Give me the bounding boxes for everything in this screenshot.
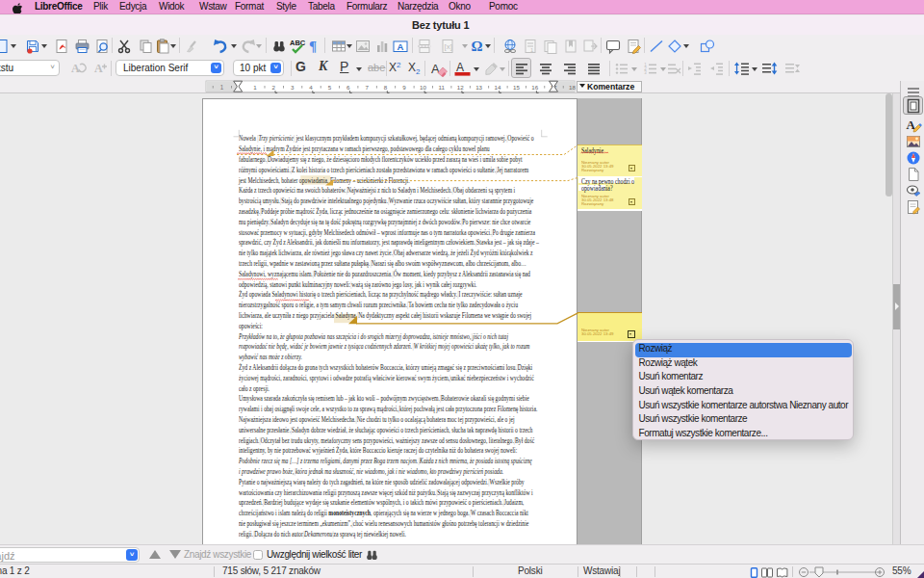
svg-text:2: 2 xyxy=(272,84,276,91)
svg-text:12: 12 xyxy=(457,84,464,91)
svg-text:1: 1 xyxy=(220,84,224,91)
svg-text:6: 6 xyxy=(346,84,350,91)
svg-text:7: 7 xyxy=(365,84,369,91)
svg-text:5: 5 xyxy=(328,84,332,91)
svg-text:13: 13 xyxy=(475,84,482,91)
svg-text:A: A xyxy=(71,62,80,75)
svg-text:4: 4 xyxy=(309,84,313,91)
svg-text:A: A xyxy=(398,41,404,52)
svg-text:[x]: [x] xyxy=(445,42,452,51)
svg-text:¶: ¶ xyxy=(309,39,317,54)
svg-text:9: 9 xyxy=(402,84,406,91)
svg-text:14: 14 xyxy=(495,84,501,91)
svg-text:3: 3 xyxy=(291,84,295,91)
svg-text:A: A xyxy=(94,62,103,75)
svg-text:18: 18 xyxy=(569,84,576,91)
svg-text:1: 1 xyxy=(253,84,257,91)
svg-text:ABC: ABC xyxy=(290,39,306,47)
svg-text:Ω: Ω xyxy=(472,39,483,54)
svg-text:11: 11 xyxy=(439,84,446,91)
svg-text:16: 16 xyxy=(531,84,538,91)
svg-text:A: A xyxy=(456,61,464,74)
svg-text:10: 10 xyxy=(420,84,426,91)
svg-text:3: 3 xyxy=(644,70,647,75)
svg-text:15: 15 xyxy=(513,84,520,91)
svg-text:8: 8 xyxy=(384,84,388,91)
